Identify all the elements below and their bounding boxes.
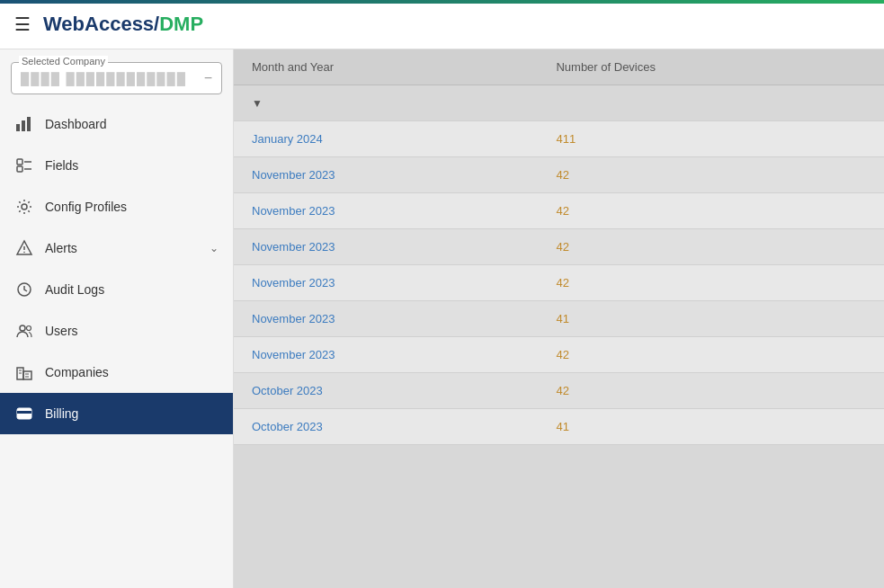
cell-month-year: November 2023 bbox=[234, 157, 538, 193]
sidebar-item-label-billing: Billing bbox=[45, 406, 219, 421]
cell-device-count: 42 bbox=[538, 157, 884, 193]
table-dropdown-row[interactable]: ▼ bbox=[234, 85, 884, 121]
sidebar-item-fields[interactable]: Fields bbox=[0, 145, 233, 186]
cell-month-year: November 2023 bbox=[234, 265, 538, 301]
cell-device-count: 42 bbox=[538, 229, 884, 265]
table-row: November 2023 42 bbox=[234, 193, 884, 229]
svg-rect-3 bbox=[17, 159, 22, 165]
svg-rect-1 bbox=[22, 120, 25, 131]
sidebar-item-label-fields: Fields bbox=[45, 158, 219, 173]
col-month-year-header: Month and Year bbox=[234, 49, 538, 85]
cell-device-count: 42 bbox=[538, 193, 884, 229]
svg-point-10 bbox=[23, 252, 25, 254]
logo-web-text: WebAccess bbox=[43, 13, 154, 35]
menu-icon[interactable]: ☰ bbox=[14, 13, 31, 35]
svg-point-13 bbox=[27, 326, 31, 331]
sidebar-nav: Dashboard Fields bbox=[0, 103, 233, 434]
table-row: November 2023 42 bbox=[234, 229, 884, 265]
company-selector-label: Selected Company bbox=[19, 56, 108, 67]
main-layout: Selected Company ████ ████████████ − Das… bbox=[0, 49, 884, 588]
users-icon bbox=[14, 321, 34, 341]
billing-table: Month and Year Number of Devices ▼ Janua… bbox=[234, 49, 884, 445]
table-row: October 2023 41 bbox=[234, 409, 884, 445]
cell-device-count: 42 bbox=[538, 373, 884, 409]
cell-month-year: November 2023 bbox=[234, 301, 538, 337]
companies-icon bbox=[14, 362, 34, 382]
dropdown-arrow-icon: ▼ bbox=[252, 97, 263, 110]
billing-icon bbox=[14, 404, 34, 423]
sidebar-item-users[interactable]: Users bbox=[0, 310, 233, 352]
svg-point-12 bbox=[20, 325, 25, 331]
sidebar-item-billing[interactable]: Billing bbox=[0, 393, 233, 434]
cell-month-year: January 2024 bbox=[234, 121, 538, 157]
table-row: October 2023 42 bbox=[234, 373, 884, 409]
content-area: Month and Year Number of Devices ▼ Janua… bbox=[234, 49, 884, 588]
sidebar-item-alerts[interactable]: Alerts ⌄ bbox=[0, 227, 233, 269]
svg-rect-15 bbox=[23, 371, 31, 379]
cell-device-count: 42 bbox=[538, 265, 884, 301]
svg-rect-21 bbox=[17, 411, 31, 414]
svg-point-7 bbox=[22, 204, 27, 209]
table-row: November 2023 42 bbox=[234, 337, 884, 373]
sidebar-item-label-audit-logs: Audit Logs bbox=[45, 282, 219, 297]
clock-icon bbox=[14, 280, 34, 299]
company-value-text: ████ ████████████ bbox=[21, 72, 187, 85]
sidebar: Selected Company ████ ████████████ − Das… bbox=[0, 49, 234, 588]
sidebar-item-config-profiles[interactable]: Config Profiles bbox=[0, 186, 233, 227]
logo: WebAccess/DMP bbox=[43, 13, 203, 36]
alert-icon bbox=[14, 238, 34, 258]
company-value: ████ ████████████ − bbox=[21, 70, 212, 86]
table-row: November 2023 42 bbox=[234, 265, 884, 301]
sidebar-item-audit-logs[interactable]: Audit Logs bbox=[0, 269, 233, 310]
sidebar-item-label-config-profiles: Config Profiles bbox=[45, 200, 219, 214]
alerts-arrow-icon: ⌄ bbox=[210, 242, 219, 254]
logo-dmp-text: DMP bbox=[159, 13, 203, 35]
company-selector[interactable]: Selected Company ████ ████████████ − bbox=[11, 62, 222, 94]
gear-icon bbox=[14, 197, 34, 217]
cell-device-count: 41 bbox=[538, 409, 884, 445]
company-clear-icon[interactable]: − bbox=[204, 70, 212, 86]
table-container: Month and Year Number of Devices ▼ Janua… bbox=[234, 49, 884, 445]
sidebar-item-label-alerts: Alerts bbox=[45, 241, 199, 255]
sidebar-item-dashboard[interactable]: Dashboard bbox=[0, 103, 233, 145]
dropdown-cell[interactable]: ▼ bbox=[234, 85, 884, 121]
table-row: November 2023 42 bbox=[234, 157, 884, 193]
table-row: January 2024 411 bbox=[234, 121, 884, 157]
cell-month-year: October 2023 bbox=[234, 373, 538, 409]
cell-month-year: November 2023 bbox=[234, 337, 538, 373]
bar-chart-icon bbox=[14, 114, 34, 134]
sidebar-item-companies[interactable]: Companies bbox=[0, 352, 233, 393]
fields-icon bbox=[14, 156, 34, 175]
cell-device-count: 411 bbox=[538, 121, 884, 157]
sidebar-item-label-dashboard: Dashboard bbox=[45, 117, 219, 131]
cell-month-year: November 2023 bbox=[234, 193, 538, 229]
svg-rect-4 bbox=[17, 166, 22, 172]
sidebar-item-label-companies: Companies bbox=[45, 365, 219, 379]
cell-device-count: 41 bbox=[538, 301, 884, 337]
cell-device-count: 42 bbox=[538, 337, 884, 373]
svg-rect-2 bbox=[27, 117, 31, 131]
cell-month-year: November 2023 bbox=[234, 229, 538, 265]
cell-month-year: October 2023 bbox=[234, 409, 538, 445]
svg-rect-0 bbox=[16, 124, 20, 131]
col-device-count-header: Number of Devices bbox=[538, 49, 884, 85]
table-row: November 2023 41 bbox=[234, 301, 884, 337]
topbar: ☰ WebAccess/DMP bbox=[0, 0, 884, 49]
sidebar-item-label-users: Users bbox=[45, 324, 219, 338]
